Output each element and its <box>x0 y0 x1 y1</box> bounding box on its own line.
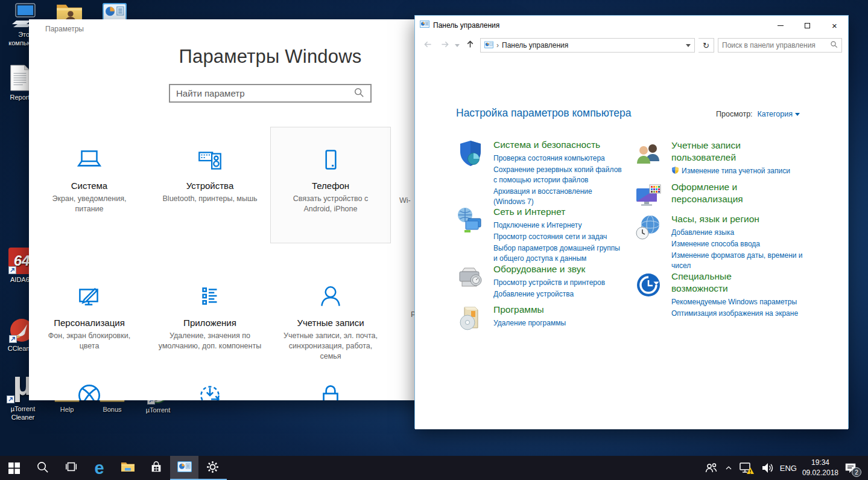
cp-link[interactable]: Добавление устройства <box>493 289 625 299</box>
taskbar-control-panel-button[interactable] <box>170 456 198 480</box>
cp-link[interactable]: Выбор параметров домашней группы и общег… <box>493 243 625 264</box>
cp-search-box[interactable] <box>718 38 842 53</box>
view-by-value[interactable]: Категория <box>758 110 800 118</box>
recent-pages-icon[interactable] <box>455 44 460 47</box>
control-panel-window: Панель управления × › Панель управления … <box>414 15 849 429</box>
apps-icon <box>195 282 225 312</box>
close-button[interactable]: × <box>821 16 848 34</box>
refresh-icon[interactable]: ↻ <box>699 38 714 53</box>
cp-window-title: Панель управления <box>433 21 767 30</box>
settings-search-input[interactable] <box>176 88 353 98</box>
partial-tile-text: Wi- <box>399 196 411 205</box>
category-user-accounts: Учетные записи пользователей Изменение т… <box>634 139 803 179</box>
desktop-icon-label: µTorrent <box>141 406 175 415</box>
search-icon <box>353 87 364 100</box>
cp-link[interactable]: Изменение способа ввода <box>671 239 803 249</box>
tile-devices[interactable]: Устройства Bluetooth, принтеры, мышь <box>150 127 270 243</box>
cp-link[interactable]: Архивация и восстановление (Windows 7) <box>493 187 625 207</box>
tile-subtitle: Удаление, значения по умолчанию, доп. ко… <box>158 331 262 351</box>
address-bar[interactable]: › Панель управления <box>480 38 695 53</box>
people-icon[interactable] <box>704 461 718 475</box>
chevron-up-icon[interactable] <box>724 463 733 473</box>
cp-link[interactable]: Рекомендуемые Windows параметры <box>671 297 803 307</box>
language-indicator[interactable]: ENG <box>780 464 797 473</box>
xbox-icon[interactable] <box>74 380 104 400</box>
lock-icon[interactable] <box>315 380 346 400</box>
laptop-icon <box>74 145 104 175</box>
cp-link[interactable]: Просмотр устройств и принтеров <box>493 278 625 288</box>
tile-subtitle: Учетные записи, эл. почта, синхронизация… <box>279 331 382 362</box>
personalization-icon <box>74 282 104 312</box>
category-title[interactable]: Оформление и персонализация <box>671 181 789 205</box>
category-title[interactable]: Система и безопасность <box>493 139 625 151</box>
tile-subtitle: Связать устройство с Android, iPhone <box>279 194 382 214</box>
tray-clock[interactable]: 19:34 09.02.2018 <box>802 458 838 478</box>
tile-phone[interactable]: Телефон Связать устройство с Android, iP… <box>270 127 391 243</box>
cp-link-uac[interactable]: Изменение типа учетной записи <box>671 166 803 178</box>
programs-box-icon[interactable] <box>456 304 485 333</box>
chevron-down-icon <box>795 113 800 116</box>
tile-title: Приложения <box>183 318 236 328</box>
cp-link[interactable]: Удаление программы <box>493 318 625 328</box>
network-warning-icon[interactable] <box>739 461 755 475</box>
clock-globe-icon[interactable] <box>634 213 663 242</box>
category-title[interactable]: Сеть и Интернет <box>493 206 625 218</box>
edge-button[interactable]: e <box>85 456 113 480</box>
tile-title: Система <box>71 181 107 191</box>
cp-link[interactable]: Изменение форматов даты, времени и чисел <box>671 251 803 271</box>
back-icon[interactable] <box>421 39 434 52</box>
action-center-icon[interactable]: 2 <box>844 461 857 475</box>
report-document-icon <box>8 64 31 92</box>
minimize-button[interactable] <box>767 16 794 34</box>
control-panel-shortcut-icon <box>103 3 127 21</box>
shortcut-arrow-icon <box>9 335 17 343</box>
cp-page-title: Настройка параметров компьютера <box>456 107 631 120</box>
desktop-icon-label: Bonus <box>95 406 129 414</box>
file-explorer-button[interactable] <box>113 456 142 480</box>
tile-apps[interactable]: Приложения Удаление, значения по умолчан… <box>150 264 270 380</box>
users-icon[interactable] <box>634 139 663 168</box>
breadcrumb[interactable]: Панель управления <box>502 41 568 50</box>
search-icon <box>830 40 838 51</box>
cp-link[interactable]: Проверка состояния компьютера <box>493 153 625 164</box>
category-title[interactable]: Программы <box>493 304 625 316</box>
category-title[interactable]: Оборудование и звук <box>493 263 625 275</box>
ease-of-access-icon[interactable] <box>634 270 663 299</box>
tile-subtitle: Фон, экран блокировки, цвета <box>37 331 141 351</box>
taskbar-search-button[interactable] <box>28 456 57 480</box>
category-hardware-sound: Оборудование и звук Просмотр устройств и… <box>456 263 625 301</box>
security-shield-icon[interactable] <box>456 139 485 168</box>
sync-icon[interactable] <box>195 380 225 400</box>
cp-link[interactable]: Просмотр состояния сети и задач <box>493 232 625 242</box>
category-title[interactable]: Специальные возможности <box>671 270 789 295</box>
cp-titlebar[interactable]: Панель управления × <box>415 16 848 35</box>
cp-link[interactable]: Оптимизация изображения на экране <box>671 309 803 319</box>
printer-icon[interactable] <box>456 263 485 292</box>
tile-system[interactable]: Система Экран, уведомления, питание <box>29 127 150 243</box>
tile-accounts[interactable]: Учетные записи Учетные записи, эл. почта… <box>270 264 391 380</box>
volume-icon[interactable] <box>760 461 775 475</box>
start-button[interactable] <box>0 456 28 480</box>
shortcut-arrow-icon <box>7 395 14 403</box>
tile-personalization[interactable]: Персонализация Фон, экран блокировки, цв… <box>29 264 150 380</box>
maximize-button[interactable] <box>794 16 821 34</box>
category-title[interactable]: Часы, язык и регион <box>671 213 789 225</box>
breadcrumb-chevron-icon: › <box>496 41 499 50</box>
store-button[interactable] <box>142 456 170 480</box>
settings-search-box[interactable] <box>169 84 372 103</box>
appearance-monitor-icon[interactable] <box>634 181 663 210</box>
view-by-label: Просмотр: <box>716 110 753 118</box>
task-view-icon <box>65 460 78 476</box>
taskbar-settings-button[interactable] <box>198 456 227 480</box>
cp-link[interactable]: Добавление языка <box>671 228 803 238</box>
cp-link[interactable]: Подключение к Интернету <box>493 220 625 231</box>
category-title[interactable]: Учетные записи пользователей <box>671 139 789 164</box>
cp-search-input[interactable] <box>722 41 830 50</box>
forward-icon[interactable] <box>438 39 451 52</box>
address-dropdown-icon[interactable] <box>686 44 691 47</box>
network-globe-icon[interactable] <box>456 206 485 235</box>
cp-link[interactable]: Сохранение резервных копий файлов с помо… <box>493 165 625 185</box>
up-icon[interactable] <box>463 39 477 52</box>
settings-window-title: Параметры <box>45 25 84 33</box>
task-view-button[interactable] <box>57 456 85 480</box>
